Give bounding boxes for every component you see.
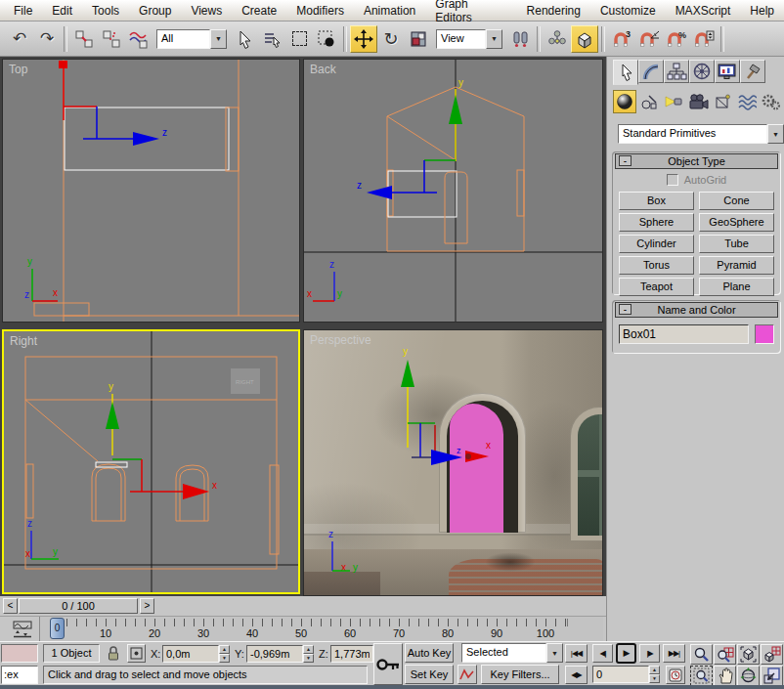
redo-button[interactable]: ↷ (33, 25, 61, 53)
menu-graph-editors[interactable]: Graph Editors (425, 0, 516, 21)
autogrid-checkbox[interactable] (667, 174, 678, 186)
move-gizmo[interactable]: z (59, 61, 167, 146)
menu-help[interactable]: Help (740, 0, 784, 21)
menu-group[interactable]: Group (129, 0, 181, 21)
shapes-category-button[interactable] (637, 90, 661, 113)
zoom-all-button[interactable] (714, 644, 736, 665)
undo-button[interactable]: ↶ (6, 25, 33, 53)
tab-display[interactable] (715, 60, 740, 83)
maxscript-listener[interactable]: :ex (1, 666, 38, 684)
menu-create[interactable]: Create (232, 0, 286, 21)
tab-modify[interactable] (638, 60, 664, 83)
sphere-button[interactable]: Sphere (619, 213, 694, 232)
viewport-perspective[interactable]: y z x z x y (303, 329, 603, 596)
key-filter-selection-dropdown[interactable]: Selected ▼ (461, 643, 563, 663)
select-and-link-button[interactable] (70, 25, 98, 53)
geosphere-button[interactable]: GeoSphere (699, 213, 774, 232)
current-frame-field[interactable] (593, 667, 648, 682)
tab-motion[interactable] (689, 60, 715, 83)
select-by-name-button[interactable] (258, 25, 285, 53)
name-and-color-rollout-header[interactable]: - Name and Color (615, 302, 778, 318)
x-coord-field[interactable] (163, 646, 218, 662)
menu-file[interactable]: File (4, 0, 42, 21)
collapse-icon[interactable]: - (619, 155, 632, 166)
menu-animation[interactable]: Animation (354, 0, 425, 21)
time-slider-prev-button[interactable]: < (3, 598, 18, 614)
set-key-button[interactable]: Set Key (405, 665, 454, 684)
menu-modifiers[interactable]: Modifiers (286, 0, 354, 21)
angle-snap-button[interactable] (635, 25, 663, 53)
select-and-rotate-button[interactable]: ↻ (377, 25, 405, 53)
cameras-category-button[interactable] (686, 90, 710, 113)
dropdown-arrow-icon[interactable]: ▼ (486, 29, 502, 49)
time-slider-next-button[interactable]: > (140, 598, 154, 614)
snaps-toggle-button[interactable] (571, 25, 598, 53)
menu-rendering[interactable]: Rendering (517, 0, 590, 21)
unlink-button[interactable] (98, 25, 125, 53)
bind-to-space-warp-button[interactable] (125, 25, 152, 53)
select-and-manipulate-button[interactable] (544, 25, 571, 53)
tube-button[interactable]: Tube (699, 235, 774, 253)
x-coord-spinner[interactable]: ▲▼ (219, 645, 230, 663)
dropdown-arrow-icon[interactable]: ▼ (767, 124, 784, 144)
space-warps-category-button[interactable] (735, 90, 759, 113)
region-zoom-button[interactable] (690, 666, 713, 686)
menu-edit[interactable]: Edit (42, 0, 82, 21)
box-button[interactable]: Box (619, 192, 694, 210)
go-to-start-button[interactable]: |◀◀ (565, 644, 588, 663)
select-object-button[interactable] (231, 25, 258, 53)
spinner-snap-button[interactable] (690, 25, 718, 53)
min-max-toggle-button[interactable] (761, 666, 783, 686)
viewport-right-active[interactable]: Right RIGHT y (2, 329, 300, 594)
zoom-button[interactable] (690, 644, 713, 665)
auto-key-button[interactable]: Auto Key (405, 643, 454, 663)
viewport-top[interactable]: Top z y (2, 59, 300, 323)
viewport-back[interactable]: Back y (303, 59, 603, 323)
menu-maxscript[interactable]: MAXScript (666, 0, 741, 21)
tab-create[interactable] (613, 60, 638, 85)
next-frame-button[interactable]: |▶ (639, 644, 660, 663)
selected-box-wireframe[interactable] (388, 171, 457, 217)
selection-lock-button[interactable] (106, 645, 121, 664)
rectangular-selection-region-button[interactable] (285, 25, 313, 53)
move-gizmo[interactable]: y x (106, 381, 217, 499)
geometry-category-button[interactable] (613, 90, 636, 113)
plane-button[interactable]: Plane (699, 278, 774, 296)
key-filters-button[interactable]: Key Filters... (481, 665, 559, 684)
zoom-extents-all-button[interactable] (761, 644, 783, 665)
cylinder-button[interactable]: Cylinder (619, 235, 694, 253)
object-color-swatch[interactable] (755, 324, 774, 344)
default-tangent-button[interactable] (457, 665, 477, 684)
go-to-end-button[interactable]: ▶▶| (663, 644, 685, 663)
selection-filter-dropdown[interactable]: All ▼ (156, 29, 227, 49)
snap-3d-button[interactable]: 3 (608, 25, 635, 53)
y-coord-spinner[interactable]: ▲▼ (303, 645, 314, 663)
select-and-scale-button[interactable] (405, 25, 432, 53)
menu-customize[interactable]: Customize (590, 0, 666, 21)
open-mini-curve-editor-button[interactable] (10, 619, 35, 639)
set-keys-button[interactable] (373, 643, 403, 685)
move-gizmo[interactable]: y z x (401, 346, 491, 465)
systems-category-button[interactable] (760, 90, 783, 113)
select-and-move-button[interactable] (350, 25, 377, 53)
window-crossing-button[interactable] (313, 25, 340, 53)
lights-category-button[interactable] (662, 90, 685, 113)
move-gizmo[interactable]: y z (357, 77, 463, 199)
tab-hierarchy[interactable] (664, 60, 689, 83)
play-button[interactable]: ▶ (616, 643, 636, 664)
teapot-button[interactable]: Teapot (619, 278, 694, 296)
primitives-category-dropdown[interactable]: Standard Primitives ▼ (618, 124, 784, 144)
z-coord-field[interactable] (331, 646, 372, 662)
zoom-extents-button[interactable] (737, 644, 760, 665)
frame-ruler[interactable]: 0 10 20 30 40 50 60 70 80 90 100 0 (39, 617, 603, 641)
pyramid-button[interactable]: Pyramid (699, 256, 774, 275)
previous-frame-button[interactable]: ◀| (592, 644, 613, 663)
dropdown-arrow-icon[interactable]: ▼ (546, 643, 563, 663)
time-slider-handle-button[interactable]: 0 / 100 (19, 598, 138, 614)
absolute-mode-transform-button[interactable] (127, 644, 146, 663)
dropdown-arrow-icon[interactable]: ▼ (210, 29, 227, 49)
object-name-field[interactable] (620, 325, 748, 343)
collapse-icon[interactable]: - (619, 304, 632, 315)
reference-coordinate-dropdown[interactable]: View ▼ (436, 29, 502, 49)
percent-snap-button[interactable]: % (663, 25, 690, 53)
